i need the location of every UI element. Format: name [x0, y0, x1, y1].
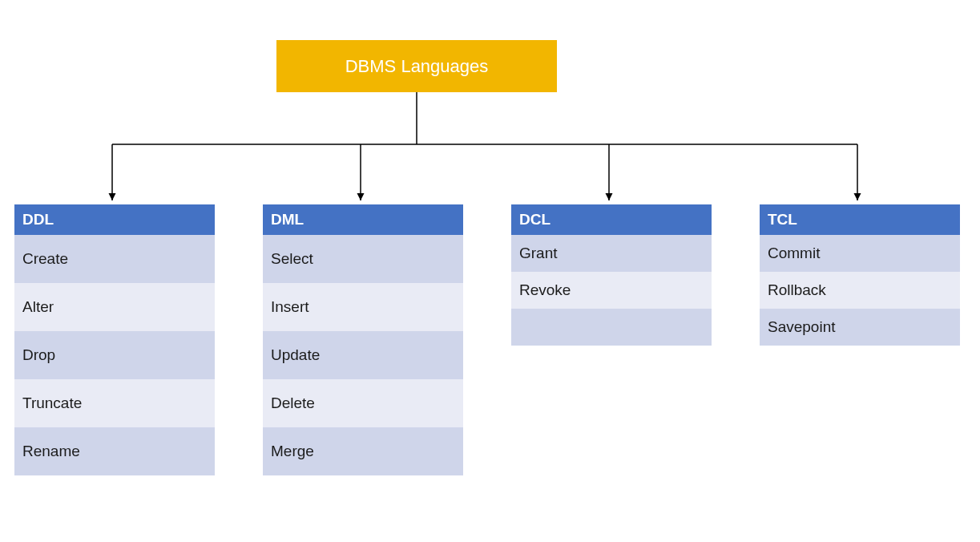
- column-dml: DML Select Insert Update Delete Merge: [263, 204, 463, 475]
- column-header: TCL: [760, 204, 960, 235]
- column-ddl: DDL Create Alter Drop Truncate Rename: [14, 204, 215, 475]
- column-item: Rollback: [760, 272, 960, 309]
- column-item: Create: [14, 235, 215, 283]
- column-header: DML: [263, 204, 463, 235]
- column-item-empty: [511, 309, 712, 346]
- column-item: Commit: [760, 235, 960, 272]
- column-item: Drop: [14, 331, 215, 379]
- column-item: Update: [263, 331, 463, 379]
- column-item: Delete: [263, 379, 463, 427]
- column-item: Select: [263, 235, 463, 283]
- root-label: DBMS Languages: [345, 56, 489, 77]
- column-item: Insert: [263, 283, 463, 331]
- column-item: Revoke: [511, 272, 712, 309]
- column-item: Rename: [14, 427, 215, 475]
- columns-container: DDL Create Alter Drop Truncate Rename DM…: [14, 204, 960, 475]
- column-tcl: TCL Commit Rollback Savepoint: [760, 204, 960, 475]
- column-item: Truncate: [14, 379, 215, 427]
- column-item: Alter: [14, 283, 215, 331]
- column-header: DDL: [14, 204, 215, 235]
- column-dcl: DCL Grant Revoke: [511, 204, 712, 475]
- column-header: DCL: [511, 204, 712, 235]
- column-item: Savepoint: [760, 309, 960, 346]
- column-item: Grant: [511, 235, 712, 272]
- column-item: Merge: [263, 427, 463, 475]
- root-node: DBMS Languages: [276, 40, 557, 92]
